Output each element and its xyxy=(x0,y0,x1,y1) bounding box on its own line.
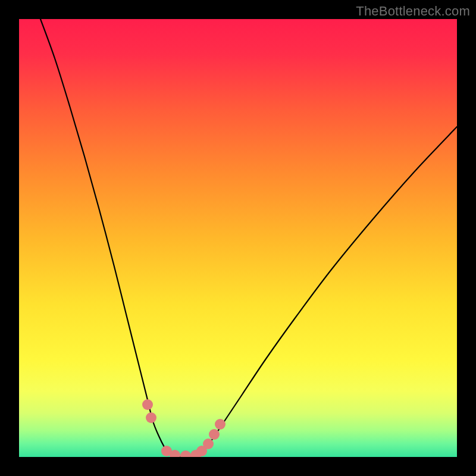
bottleneck-marker xyxy=(203,439,214,449)
bottleneck-chart xyxy=(19,19,457,457)
gradient-background xyxy=(19,19,457,457)
plot-area xyxy=(19,19,457,457)
bottleneck-marker xyxy=(215,419,226,430)
chart-frame: TheBottleneck.com xyxy=(0,0,476,476)
bottleneck-marker xyxy=(146,412,156,423)
watermark-text: TheBottleneck.com xyxy=(356,4,470,19)
bottleneck-marker xyxy=(209,429,220,440)
bottleneck-marker xyxy=(142,399,153,410)
